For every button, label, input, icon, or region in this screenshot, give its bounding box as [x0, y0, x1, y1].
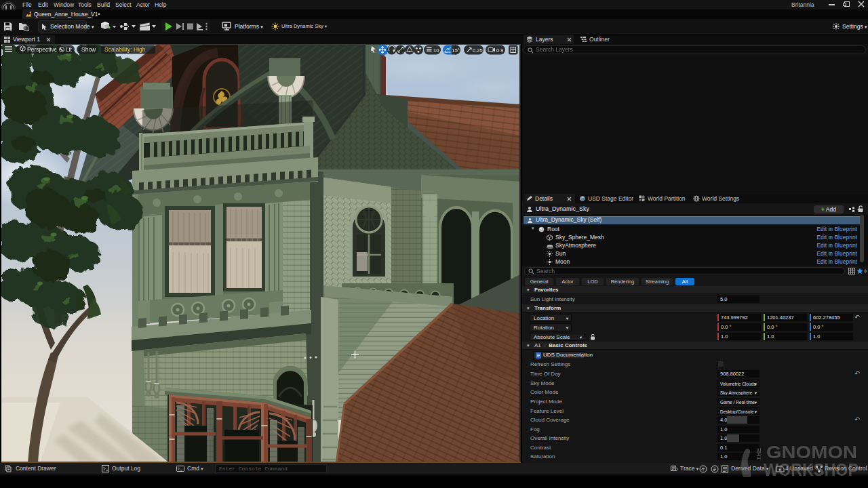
svg-text:10: 10	[433, 47, 439, 54]
svg-text:Show: Show	[81, 46, 96, 53]
svg-text:0.25: 0.25	[473, 47, 483, 54]
svg-text:Scalability: High: Scalability: High	[104, 46, 146, 53]
svg-text:Perspective: Perspective	[27, 46, 58, 53]
svg-text:15°: 15°	[452, 47, 460, 54]
svg-text:0.9: 0.9	[496, 47, 503, 54]
svg-text:Lit: Lit	[66, 46, 73, 53]
